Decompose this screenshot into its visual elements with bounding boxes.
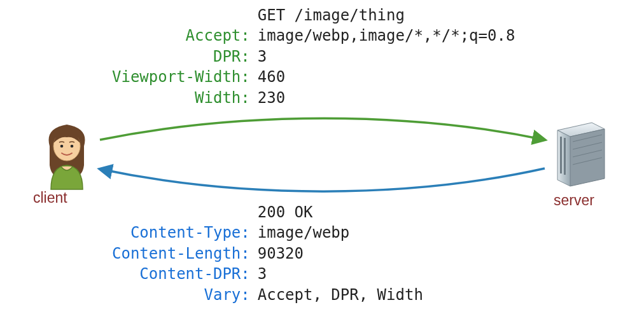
response-header-row: Content-Length: 90320 <box>108 243 427 264</box>
client-icon <box>38 121 95 191</box>
request-header-key: DPR: <box>108 46 254 67</box>
request-header-row: Accept: image/webp,image/*,*/*;q=0.8 <box>108 25 519 46</box>
request-header-row: Viewport-Width: 460 <box>108 67 519 87</box>
diagram-canvas: GET /image/thing Accept: image/webp,imag… <box>0 0 644 319</box>
request-headers-table: GET /image/thing Accept: image/webp,imag… <box>108 5 519 108</box>
request-header-value: image/webp,image/*,*/*;q=0.8 <box>254 25 519 46</box>
request-line: GET /image/thing <box>254 5 519 25</box>
server-label: server <box>554 191 594 210</box>
request-line-row: GET /image/thing <box>108 5 519 25</box>
request-header-key: Accept: <box>108 25 254 46</box>
request-header-value: 460 <box>254 67 519 87</box>
response-header-value: 3 <box>254 264 427 284</box>
svg-rect-11 <box>564 138 566 175</box>
response-header-key: Content-Length: <box>108 243 254 264</box>
response-header-key: Content-DPR: <box>108 264 254 284</box>
response-header-row: Content-DPR: 3 <box>108 264 427 284</box>
response-arrow <box>100 168 545 191</box>
response-header-key: Vary: <box>108 285 254 305</box>
svg-point-2 <box>71 145 74 148</box>
response-header-key: Content-Type: <box>108 222 254 243</box>
http-response-block: 200 OK Content-Type: image/webp Content-… <box>108 202 427 305</box>
svg-marker-4 <box>570 129 605 186</box>
request-header-value: 3 <box>254 46 519 67</box>
svg-rect-10 <box>560 137 562 173</box>
request-header-row: Width: 230 <box>108 88 519 108</box>
response-header-row: Vary: Accept, DPR, Width <box>108 285 427 305</box>
server-icon <box>550 118 607 187</box>
request-header-key: Viewport-Width: <box>108 67 254 87</box>
response-header-row: Content-Type: image/webp <box>108 222 427 243</box>
svg-point-1 <box>60 145 64 148</box>
request-header-key: Width: <box>108 88 254 108</box>
response-header-value: Accept, DPR, Width <box>254 285 427 305</box>
response-line: 200 OK <box>254 202 427 222</box>
response-headers-table: 200 OK Content-Type: image/webp Content-… <box>108 202 427 305</box>
request-header-value: 230 <box>254 88 519 108</box>
response-line-row: 200 OK <box>108 202 427 222</box>
client-label: client <box>33 188 67 208</box>
response-header-value: image/webp <box>254 222 427 243</box>
http-request-block: GET /image/thing Accept: image/webp,imag… <box>108 5 519 108</box>
request-header-row: DPR: 3 <box>108 46 519 67</box>
request-arrow <box>100 118 545 140</box>
response-header-value: 90320 <box>254 243 427 264</box>
